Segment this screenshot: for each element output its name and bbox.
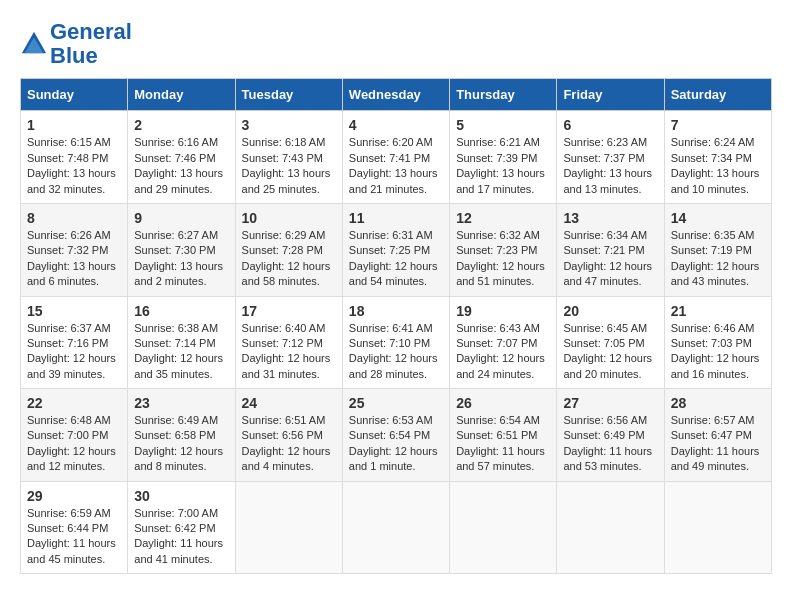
daylight-text: Daylight: 11 hours and 45 minutes. [27,537,116,564]
logo-text: General Blue [50,20,132,68]
cell-content: Sunrise: 6:34 AM Sunset: 7:21 PM Dayligh… [563,228,657,290]
day-number: 20 [563,303,657,319]
calendar-cell: 8 Sunrise: 6:26 AM Sunset: 7:32 PM Dayli… [21,203,128,296]
cell-content: Sunrise: 6:48 AM Sunset: 7:00 PM Dayligh… [27,413,121,475]
calendar-table: SundayMondayTuesdayWednesdayThursdayFrid… [20,78,772,574]
daylight-text: Daylight: 13 hours and 21 minutes. [349,167,438,194]
day-number: 17 [242,303,336,319]
cell-content: Sunrise: 6:49 AM Sunset: 6:58 PM Dayligh… [134,413,228,475]
daylight-text: Daylight: 13 hours and 13 minutes. [563,167,652,194]
daylight-text: Daylight: 11 hours and 57 minutes. [456,445,545,472]
header-row: SundayMondayTuesdayWednesdayThursdayFrid… [21,79,772,111]
sunrise-text: Sunrise: 6:38 AM [134,322,218,334]
cell-content: Sunrise: 6:31 AM Sunset: 7:25 PM Dayligh… [349,228,443,290]
cell-content: Sunrise: 6:43 AM Sunset: 7:07 PM Dayligh… [456,321,550,383]
day-number: 1 [27,117,121,133]
day-number: 24 [242,395,336,411]
day-number: 30 [134,488,228,504]
calendar-cell: 11 Sunrise: 6:31 AM Sunset: 7:25 PM Dayl… [342,203,449,296]
sunrise-text: Sunrise: 6:16 AM [134,136,218,148]
calendar-cell: 23 Sunrise: 6:49 AM Sunset: 6:58 PM Dayl… [128,389,235,482]
daylight-text: Daylight: 11 hours and 49 minutes. [671,445,760,472]
day-number: 27 [563,395,657,411]
day-header-wednesday: Wednesday [342,79,449,111]
sunrise-text: Sunrise: 7:00 AM [134,507,218,519]
day-header-thursday: Thursday [450,79,557,111]
day-number: 2 [134,117,228,133]
cell-content: Sunrise: 6:53 AM Sunset: 6:54 PM Dayligh… [349,413,443,475]
sunrise-text: Sunrise: 6:51 AM [242,414,326,426]
calendar-cell: 25 Sunrise: 6:53 AM Sunset: 6:54 PM Dayl… [342,389,449,482]
page-header: General Blue [20,20,772,68]
sunrise-text: Sunrise: 6:26 AM [27,229,111,241]
day-number: 8 [27,210,121,226]
sunrise-text: Sunrise: 6:40 AM [242,322,326,334]
daylight-text: Daylight: 12 hours and 54 minutes. [349,260,438,287]
sunset-text: Sunset: 7:37 PM [563,152,644,164]
day-number: 18 [349,303,443,319]
calendar-cell: 19 Sunrise: 6:43 AM Sunset: 7:07 PM Dayl… [450,296,557,389]
daylight-text: Daylight: 12 hours and 58 minutes. [242,260,331,287]
sunrise-text: Sunrise: 6:24 AM [671,136,755,148]
sunrise-text: Sunrise: 6:46 AM [671,322,755,334]
cell-content: Sunrise: 6:24 AM Sunset: 7:34 PM Dayligh… [671,135,765,197]
calendar-cell: 29 Sunrise: 6:59 AM Sunset: 6:44 PM Dayl… [21,481,128,574]
day-number: 12 [456,210,550,226]
calendar-cell: 12 Sunrise: 6:32 AM Sunset: 7:23 PM Dayl… [450,203,557,296]
logo: General Blue [20,20,132,68]
day-number: 26 [456,395,550,411]
sunrise-text: Sunrise: 6:41 AM [349,322,433,334]
calendar-cell: 20 Sunrise: 6:45 AM Sunset: 7:05 PM Dayl… [557,296,664,389]
cell-content: Sunrise: 7:00 AM Sunset: 6:42 PM Dayligh… [134,506,228,568]
calendar-cell [450,481,557,574]
calendar-cell: 5 Sunrise: 6:21 AM Sunset: 7:39 PM Dayli… [450,111,557,204]
day-number: 15 [27,303,121,319]
day-header-tuesday: Tuesday [235,79,342,111]
sunrise-text: Sunrise: 6:57 AM [671,414,755,426]
calendar-cell: 3 Sunrise: 6:18 AM Sunset: 7:43 PM Dayli… [235,111,342,204]
day-header-saturday: Saturday [664,79,771,111]
sunset-text: Sunset: 7:43 PM [242,152,323,164]
sunset-text: Sunset: 6:56 PM [242,429,323,441]
sunrise-text: Sunrise: 6:54 AM [456,414,540,426]
daylight-text: Daylight: 13 hours and 2 minutes. [134,260,223,287]
cell-content: Sunrise: 6:15 AM Sunset: 7:48 PM Dayligh… [27,135,121,197]
calendar-cell [342,481,449,574]
sunset-text: Sunset: 7:23 PM [456,244,537,256]
calendar-cell: 10 Sunrise: 6:29 AM Sunset: 7:28 PM Dayl… [235,203,342,296]
sunrise-text: Sunrise: 6:56 AM [563,414,647,426]
day-number: 9 [134,210,228,226]
calendar-cell: 15 Sunrise: 6:37 AM Sunset: 7:16 PM Dayl… [21,296,128,389]
sunset-text: Sunset: 7:05 PM [563,337,644,349]
cell-content: Sunrise: 6:18 AM Sunset: 7:43 PM Dayligh… [242,135,336,197]
cell-content: Sunrise: 6:35 AM Sunset: 7:19 PM Dayligh… [671,228,765,290]
cell-content: Sunrise: 6:46 AM Sunset: 7:03 PM Dayligh… [671,321,765,383]
daylight-text: Daylight: 12 hours and 24 minutes. [456,352,545,379]
daylight-text: Daylight: 12 hours and 51 minutes. [456,260,545,287]
day-header-friday: Friday [557,79,664,111]
sunset-text: Sunset: 7:19 PM [671,244,752,256]
sunset-text: Sunset: 6:44 PM [27,522,108,534]
sunrise-text: Sunrise: 6:37 AM [27,322,111,334]
daylight-text: Daylight: 12 hours and 1 minute. [349,445,438,472]
day-number: 22 [27,395,121,411]
sunset-text: Sunset: 6:54 PM [349,429,430,441]
sunset-text: Sunset: 7:00 PM [27,429,108,441]
calendar-cell: 26 Sunrise: 6:54 AM Sunset: 6:51 PM Dayl… [450,389,557,482]
sunset-text: Sunset: 7:46 PM [134,152,215,164]
day-number: 21 [671,303,765,319]
day-number: 5 [456,117,550,133]
day-header-monday: Monday [128,79,235,111]
calendar-cell: 28 Sunrise: 6:57 AM Sunset: 6:47 PM Dayl… [664,389,771,482]
sunrise-text: Sunrise: 6:20 AM [349,136,433,148]
sunset-text: Sunset: 7:12 PM [242,337,323,349]
calendar-cell: 22 Sunrise: 6:48 AM Sunset: 7:00 PM Dayl… [21,389,128,482]
daylight-text: Daylight: 13 hours and 10 minutes. [671,167,760,194]
sunrise-text: Sunrise: 6:31 AM [349,229,433,241]
sunrise-text: Sunrise: 6:18 AM [242,136,326,148]
sunset-text: Sunset: 7:21 PM [563,244,644,256]
daylight-text: Daylight: 11 hours and 41 minutes. [134,537,223,564]
logo-icon [20,30,48,58]
calendar-cell: 7 Sunrise: 6:24 AM Sunset: 7:34 PM Dayli… [664,111,771,204]
day-number: 7 [671,117,765,133]
